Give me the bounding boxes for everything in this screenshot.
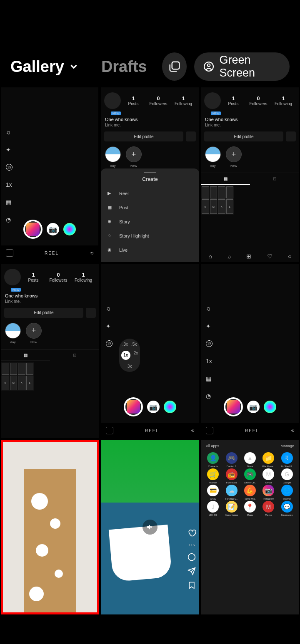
gallery-label: Gallery [10,58,64,76]
timer-icon: 15 [6,164,12,171]
thumbnail-8[interactable]: 115 [101,440,199,614]
speed-selector: .3x.5x 1x2x 3x [119,339,140,372]
app-gpay: 💳GPay [204,485,222,500]
app-instagram: 📷Instagram [260,485,277,500]
app-drive: ▲Drive [241,452,259,468]
app-meme: MMeme [260,501,277,516]
avatar [104,92,121,109]
thumbnail-2[interactable]: 1Posts 0Followers 1Following NEW One who… [101,87,199,262]
thumbnail-4[interactable]: 1Posts 0Followers 1Following NEW One who… [1,264,99,438]
mute-icon [142,520,158,535]
multi-select-button[interactable] [162,52,187,81]
app-homewo: 💪Home Wo.. [241,485,259,500]
app-gmail: MGmail [260,468,277,484]
app-maps: 📍Maps [241,501,259,516]
thumbnail-3[interactable]: 1Posts 0Followers 1Following NEW One who… [201,87,299,262]
app-gamece: 🎮Game Ce.. [241,468,259,484]
reel-actions: 115 [188,529,196,590]
capture-button [23,220,42,239]
speed-label: 1x [6,181,12,188]
svg-point-2 [208,64,210,67]
camera-sidebar: ♫ ✦ 15 1x ▦ ◔ [6,129,12,223]
layout-icon: ▦ [6,199,12,206]
effect-1: 📷 [47,223,59,235]
app-jio4g: JJIO 4G [204,501,222,516]
thumbnail-9[interactable]: All apps Manage 👤Contacts🎮Dadish 3▲Drive… [201,440,299,614]
new-badge: NEW [111,111,121,115]
app-finshellp: ₹FinShell P.. [278,452,296,468]
svg-point-3 [188,553,195,560]
music-icon: ♫ [6,129,12,136]
header: Gallery Drafts Green Screen [0,0,300,87]
app-flipkart: 🛒Flipkart [204,468,222,484]
app-heytapc: ☁HeyTap C.. [222,485,240,500]
avatar [204,92,221,109]
flip-icon: ⟲ [90,251,93,255]
effects-icon: ✦ [6,146,12,153]
heart-icon [188,529,196,537]
app-messages: 💬Messages [278,501,296,516]
countdown-icon: ◔ [6,216,12,223]
all-apps-label: All apps [206,444,219,448]
effect-2 [63,223,76,235]
stack-icon [168,60,181,73]
thumbnail-6[interactable]: ♫✦ 15 1x ▦◔ 📷 REEL ⟲ [201,264,299,438]
app-google: GGoogle [278,468,296,484]
app-keepnotes: 📝Keep Notes [222,501,240,516]
comment-icon [188,553,196,561]
discover-people-icon [186,131,196,141]
thumbnail-1[interactable]: ♫ ✦ 15 1x ▦ ◔ 📷 REEL ⟲ [1,87,98,260]
grid-tab-icon: ▦ [201,173,250,185]
reel-label: REEL [45,251,59,255]
app-contacts: 👤Contacts [204,452,222,468]
share-icon [188,567,196,575]
app-filemana: 📁File Mana.. [260,452,277,468]
green-screen-label: Green Screen [220,54,280,79]
drafts-tab[interactable]: Drafts [101,58,147,76]
thumbnail-5[interactable]: ♫✦ 15 .3x.5x 1x2x 3x 📷 REEL ⟲ [101,264,199,438]
app-internet: 🌐Internet [278,485,296,500]
thumbnail-7-selected[interactable] [1,440,99,614]
tagged-tab-icon: ⊡ [250,173,299,185]
like-count: 115 [188,543,195,547]
media-grid: ♫ ✦ 15 1x ▦ ◔ 📷 REEL ⟲ 1Posts 0Followers… [0,87,300,614]
gallery-icon [6,249,13,257]
svg-rect-0 [172,62,179,69]
chevron-down-icon [68,61,79,72]
app-fmradio: 📻FM Radio [222,468,240,484]
app-dadish3: 🎮Dadish 3 [222,452,240,468]
manage-label: Manage [280,444,294,448]
green-screen-button[interactable]: Green Screen [194,52,290,81]
edit-profile-button: Edit profile [104,131,183,141]
person-circle-icon [203,60,214,73]
gallery-dropdown[interactable]: Gallery [10,58,79,76]
save-icon [188,581,196,590]
create-bottom-sheet: Create ▶Reel ▦Post ⊕Story ♡Story Highlig… [101,168,199,262]
